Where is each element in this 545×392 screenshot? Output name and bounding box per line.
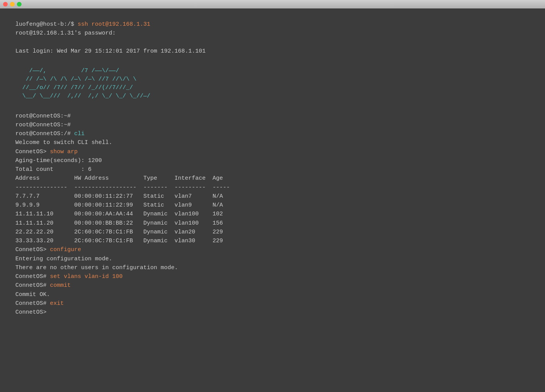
line-nousers: There are no other users in configuratio… <box>15 263 530 272</box>
ascii-line-1: /——/, /7 /——\/——/ <box>15 67 530 75</box>
minimize-button[interactable] <box>10 2 15 7</box>
line-lastlogin: Last login: Wed Mar 29 15:12:01 2017 fro… <box>15 47 530 56</box>
terminal-window[interactable]: luofeng@host-b:/$ ssh root@192.168.1.31 … <box>0 8 545 392</box>
table-row-3: 11.11.11.10 00:00:00:AA:AA:44 Dynamic vl… <box>15 210 530 218</box>
line-commit: ConnetOS# commit <box>15 281 530 290</box>
ascii-art-block: /——/, /7 /——\/——/ // /—\ /\ /\ /—\ /—\ /… <box>15 67 530 100</box>
table-row-4: 11.11.11.20 00:00:00:BB:BB:22 Dynamic vl… <box>15 219 530 228</box>
ascii-line-2: // /—\ /\ /\ /—\ /—\ //7 //\/\ \ <box>15 75 530 84</box>
table-row-2: 9.9.9.9 00:00:00:11:22:99 Static vlan9 N… <box>15 201 530 210</box>
line-showarp: ConnetOS> show arp <box>15 147 530 156</box>
line-exit: ConnetOS# exit <box>15 299 530 308</box>
line-rootprompt2: root@ConnetOS:~# <box>15 121 530 129</box>
line-lastprompt: ConnetOS> <box>15 308 530 317</box>
line-welcome: Welcome to switch CLI shell. <box>15 138 530 147</box>
line-header: Address HW Address Type Interface Age <box>15 174 530 183</box>
line-blank3 <box>15 103 530 111</box>
line-configure: ConnetOS> configure <box>15 245 530 254</box>
window-chrome <box>0 0 545 8</box>
line-blank2 <box>15 56 530 65</box>
line-blank1 <box>15 38 530 47</box>
close-button[interactable] <box>3 2 8 7</box>
line-commitok: Commit OK. <box>15 290 530 299</box>
ascii-line-3: //__/o// /7// /7// /_//(//7///_/ <box>15 84 530 92</box>
line-divider: --------------- ------------------ -----… <box>15 183 530 192</box>
table-row-6: 33.33.33.20 2C:60:0C:7B:C1:FB Dynamic vl… <box>15 237 530 245</box>
line-entering: Entering configuration mode. <box>15 255 530 263</box>
table-row-1: 7.7.7.7 00:00:00:11:22:77 Static vlan7 N… <box>15 192 530 201</box>
line-clicmd: root@ConnetOS:/# cli <box>15 129 530 138</box>
line-prompt1: luofeng@host-b:/$ ssh root@192.168.1.31 <box>15 20 530 29</box>
line-setvlans: ConnetOS# set vlans vlan-id 100 <box>15 272 530 281</box>
line-total: Total count : 6 <box>15 165 530 174</box>
ascii-line-4: \__/ \__/// /,// /,/ \_/ \_/ \_//—/ <box>15 92 530 101</box>
table-row-5: 22.22.22.20 2C:60:0C:7B:C1:FB Dynamic vl… <box>15 228 530 237</box>
maximize-button[interactable] <box>17 2 22 7</box>
line-password: root@192.168.1.31's password: <box>15 29 530 38</box>
line-aging: Aging-time(seconds): 1200 <box>15 156 530 165</box>
line-rootprompt1: root@ConnetOS:~# <box>15 112 530 121</box>
